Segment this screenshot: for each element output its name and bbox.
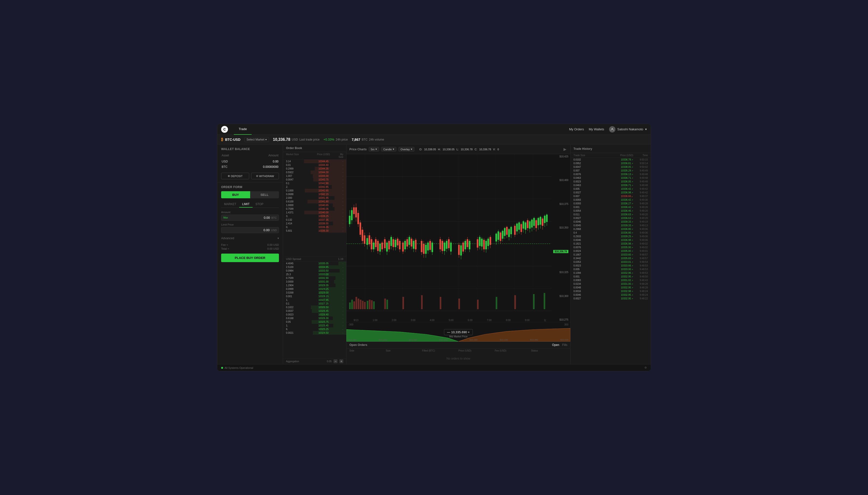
ob-bid-row[interactable]: 0.0023 10326.40 - (283, 313, 346, 317)
my-orders-btn[interactable]: My Orders (569, 127, 584, 131)
agg-minus-button[interactable]: − (333, 359, 338, 363)
user-avatar (609, 126, 616, 133)
nav-right: My Orders My Wallets Satoshi Nakamoto ▾ (569, 126, 647, 133)
svg-rect-179 (349, 303, 351, 309)
ob-bid-row[interactable]: 0.0984 10333.50 - (283, 269, 346, 273)
svg-rect-92 (431, 243, 433, 252)
nav-tab-trade[interactable]: Trade (234, 124, 252, 135)
ob-bid-row[interactable]: 4.4045 10335.05 - (283, 262, 346, 265)
svg-rect-176 (544, 216, 546, 223)
ob-bid-row[interactable]: 1. 10327.95 - (283, 298, 346, 302)
amount-max[interactable]: Max (223, 216, 228, 219)
trade-history-row: 0.007 10336.66↙ 9:49:37 (571, 194, 651, 198)
stop-order-tab[interactable]: STOP (252, 201, 266, 207)
svg-rect-112 (464, 241, 466, 249)
ob-ask-row[interactable]: 1.4371 10340.00 - (283, 211, 346, 215)
status-indicator (221, 367, 223, 369)
svg-rect-170 (538, 218, 539, 225)
ob-bid-row[interactable]: 25.3 10333.00 - (283, 273, 346, 276)
ob-bid-row[interactable]: 0.001 10328.15 - (283, 294, 346, 298)
ob-bid-row[interactable]: 2.5100 10334.95 - (283, 265, 346, 269)
ob-bid-row[interactable]: 0.0021 10324.50 - (283, 331, 346, 335)
chart-type-dropdown[interactable]: Candle ▾ (381, 147, 396, 152)
amount-input-row: Max BTC (221, 215, 279, 221)
tab-open[interactable]: Open (552, 343, 559, 347)
sell-button[interactable]: SELL (250, 191, 279, 198)
h-label: H: (438, 148, 441, 151)
ob-bid-row[interactable]: 1.2904 10329.35 - (283, 284, 346, 287)
ob-ask-row[interactable]: 0.0047 10343.75 - (283, 178, 346, 182)
ob-ask-row[interactable]: 2. 10342.85 - (283, 185, 346, 189)
ob-ask-row[interactable]: 1.0000 10340.65 - (283, 203, 346, 207)
svg-rect-150 (516, 224, 518, 232)
fee-row: Fee ≈ 0.00 USD (221, 243, 279, 247)
deposit-button[interactable]: ⊕ DEPOSIT (221, 173, 249, 179)
ob-bid-row[interactable]: 0.1022 10326.50 - (283, 306, 346, 309)
ob-ask-row[interactable]: 2.414 10336.55 - (283, 222, 346, 225)
ob-ask-row[interactable]: 2.000 10341.95 - (283, 196, 346, 200)
svg-rect-64 (397, 239, 399, 245)
ob-bid-row[interactable]: 0.05 10325.75 - (283, 320, 346, 324)
ob-bid-row[interactable]: 0.0999 10329.25 - (283, 287, 346, 291)
open-orders-tabs: Open Fills (552, 343, 567, 347)
place-buy-order-button[interactable]: PLACE BUY ORDER (221, 254, 279, 262)
ob-bid-row[interactable]: 0.0037 10326.45 - (283, 309, 346, 313)
ob-bid-row[interactable]: 1. 10325.45 - (283, 324, 346, 327)
ob-ask-row[interactable]: 0.2999 10344.35 - (283, 167, 346, 171)
withdraw-button[interactable]: ⊖ WITHDRAW (251, 173, 279, 179)
trade-history-row: 0.0027 10336.98↗ 9:49:42 (571, 191, 651, 194)
ob-ask-row[interactable]: 0.0688 10342.15 - (283, 192, 346, 196)
ob-ask-row[interactable]: 0.5922 10344.30 - (283, 171, 346, 174)
buy-button[interactable]: BUY (221, 191, 250, 198)
ob-bid-row[interactable]: 0.1 10327.25 - (283, 302, 346, 306)
depth-chart[interactable]: — 10,335.690 + Mid Market Price -300 300… (346, 322, 570, 342)
limit-price-label: Limit Price (221, 223, 279, 226)
chart-forward-icon[interactable]: ▶ (562, 146, 567, 153)
svg-rect-158 (525, 222, 526, 230)
ob-ask-row[interactable]: 1.007 10344.00 - (283, 174, 346, 178)
limit-price-input[interactable] (223, 228, 270, 232)
svg-rect-114 (467, 239, 469, 247)
ob-ask-row[interactable]: 5.601 10336.30 - (283, 229, 346, 233)
overlay-dropdown[interactable]: Overlay ▾ (398, 147, 414, 152)
open-orders-section: Open Orders Open Fills Side Size Filled … (346, 342, 570, 364)
trade-history-row: 0.0047 10338.05↗ 9:50:02 (571, 165, 651, 169)
limit-order-tab[interactable]: LIMIT (239, 201, 252, 207)
ob-ask-row[interactable]: 0.6100 10341.80 - (283, 200, 346, 203)
settings-gear-icon[interactable]: ⚙ (644, 366, 647, 369)
svg-rect-26 (355, 207, 357, 217)
ob-ask-row[interactable]: 3. 10339.25 - (283, 215, 346, 218)
ob-ask-row[interactable]: 0.01 10344.40 - (283, 163, 346, 167)
trade-history-row: 0.0048 10332.95↗ 9:48:28 (571, 286, 651, 289)
ob-bid-row[interactable]: 0.7599 10332.90 - (283, 276, 346, 280)
ob-ask-row[interactable]: 0.132 10337.35 - (283, 218, 346, 222)
ob-bid-row[interactable]: 6. 10325.25 - (283, 327, 346, 331)
market-select-btn[interactable]: Select Market ▾ (244, 137, 269, 142)
open-orders-title: Open Orders (349, 343, 367, 347)
timeframe-dropdown[interactable]: 5m ▾ (369, 147, 379, 152)
ob-bid-row[interactable]: 3.0000 10331.00 - (283, 280, 346, 284)
candlestick-chart[interactable]: $10,425 $10,400 $10,375 $10,350 $10,336.… (346, 154, 570, 322)
svg-rect-20 (349, 216, 350, 224)
ob-ask-row[interactable]: 0.7599 10340.35 - (283, 207, 346, 211)
oo-col-headers: Side Size Filled (BTC) Price (USD) Fee (… (346, 348, 570, 353)
left-panel: Wallet Balance Asset Amount USD 0.00 (217, 144, 283, 364)
ob-ask-row[interactable]: 0.1000 10342.65 - (283, 189, 346, 192)
ob-bid-row[interactable]: 3.0268 10329.00 - (283, 291, 346, 294)
ob-ask-row[interactable]: 0.1 10342.90 - (283, 182, 346, 185)
asset-btc: BTC (222, 165, 240, 169)
app-logo[interactable]: C (221, 126, 228, 133)
ob-ask-row[interactable]: 0. 10336.35 - (283, 225, 346, 229)
market-order-tab[interactable]: MARKET (221, 201, 239, 207)
status-bar: All Systems Operational ⚙ (217, 364, 651, 371)
my-wallets-btn[interactable]: My Wallets (589, 127, 604, 131)
status-text: All Systems Operational (225, 366, 253, 369)
ob-ask-row[interactable]: 3.14 10344.45 - (283, 159, 346, 163)
agg-plus-button[interactable]: + (339, 359, 343, 363)
advanced-toggle[interactable]: Advanced ▾ (221, 236, 279, 241)
ob-bid-row[interactable]: 0.6168 10326.30 - (283, 317, 346, 320)
amount-input[interactable] (230, 216, 270, 220)
user-menu[interactable]: Satoshi Nakamoto ▾ (609, 126, 647, 133)
tab-fills[interactable]: Fills (562, 343, 567, 347)
trade-history-row: 0.0076 10336.13↗ 9:49:48 (571, 172, 651, 176)
